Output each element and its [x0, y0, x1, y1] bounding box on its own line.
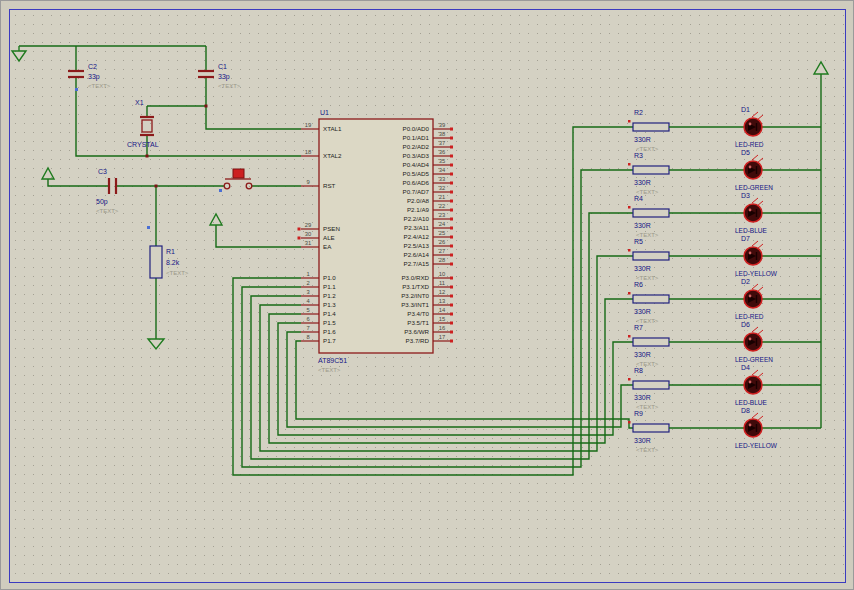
- part-value: 330R: [634, 179, 651, 186]
- part-value: AT89C51: [318, 357, 347, 364]
- unconnected-pin-dot: [450, 254, 453, 257]
- unconnected-pin-dot: [450, 322, 453, 325]
- unconnected-pin-dot: [450, 295, 453, 298]
- unconnected-pin-dot: [298, 237, 301, 240]
- part-value: 330R: [634, 136, 651, 143]
- origin-marker: [628, 378, 631, 381]
- resistor[interactable]: [633, 381, 669, 389]
- pin-name: P0.0/AD0: [403, 125, 430, 132]
- pin-number: 16: [439, 325, 445, 331]
- wire-ea-vcc[interactable]: [216, 225, 301, 247]
- pin-name: P2.0/A8: [407, 197, 430, 204]
- pin-number: 38: [439, 131, 445, 137]
- resistor[interactable]: [633, 123, 669, 131]
- part-ref: R8: [634, 367, 643, 374]
- power-icon[interactable]: [42, 168, 54, 179]
- unconnected-pin-dot: [450, 128, 453, 131]
- pin-number: 4: [306, 298, 310, 304]
- pin-number: 36: [439, 149, 445, 155]
- part-ref: R2: [634, 109, 643, 116]
- resistor[interactable]: [633, 209, 669, 217]
- part-text-placeholder: <TEXT>: [636, 447, 659, 453]
- pin-number: 32: [439, 185, 445, 191]
- power-icon[interactable]: [814, 62, 828, 74]
- part-text-placeholder: <TEXT>: [166, 270, 189, 276]
- part-value: 8.2k: [166, 259, 180, 266]
- part-value: 330R: [634, 394, 651, 401]
- wire-p1-3[interactable]: [260, 256, 633, 451]
- unconnected-pin-dot: [450, 277, 453, 280]
- part-value: 33p: [218, 73, 230, 81]
- pin-number: 26: [439, 239, 445, 245]
- unconnected-pin-dot: [450, 340, 453, 343]
- pin-name: P2.2/A10: [404, 215, 430, 222]
- pin-name: P0.1/AD1: [403, 134, 430, 141]
- part-ref: X1: [135, 99, 144, 106]
- pin-number: 19: [305, 122, 311, 128]
- pin-number: 28: [439, 257, 445, 263]
- power-icon[interactable]: [210, 214, 222, 225]
- unconnected-pin-dot: [450, 331, 453, 334]
- resistor[interactable]: [633, 252, 669, 260]
- origin-marker: [75, 88, 78, 91]
- button-terminal[interactable]: [246, 183, 252, 189]
- part-value: LED-BLUE: [735, 399, 767, 406]
- button-cap[interactable]: [233, 169, 244, 178]
- unconnected-pin-dot: [450, 286, 453, 289]
- pin-name: P0.7/AD7: [403, 188, 430, 195]
- part-value: LED-GREEN: [735, 184, 773, 191]
- schematic-window: U1 AT89C51 <TEXT> X1 CRYSTAL C2 33p <TEX…: [0, 0, 854, 590]
- resistor[interactable]: [633, 424, 669, 432]
- part-ref: R9: [634, 410, 643, 417]
- origin-marker: [219, 189, 222, 192]
- wire-p1-1[interactable]: [242, 170, 633, 467]
- ground-icon[interactable]: [148, 339, 164, 349]
- junction-dot: [155, 185, 158, 188]
- pin-name: P1.0: [323, 274, 336, 281]
- part-value: 330R: [634, 351, 651, 358]
- pin-number: 34: [439, 167, 446, 173]
- pin-name: P2.6/A14: [404, 251, 430, 258]
- led-glint: [749, 166, 752, 169]
- pin-number: 33: [439, 176, 445, 182]
- pin-number: 8: [306, 334, 309, 340]
- pin-number: 2: [306, 280, 309, 286]
- part-text-placeholder: <TEXT>: [88, 83, 111, 89]
- pin-name: P3.1/TXD: [402, 283, 429, 290]
- ground-icon[interactable]: [12, 51, 26, 61]
- part-ref: D5: [741, 149, 750, 156]
- resistor[interactable]: [633, 295, 669, 303]
- origin-marker: [628, 120, 631, 123]
- pin-name: XTAL1: [323, 125, 342, 132]
- resistor[interactable]: [633, 166, 669, 174]
- unconnected-pin-dot: [298, 228, 301, 231]
- pin-name: P1.1: [323, 283, 336, 290]
- pin-number: 25: [439, 230, 445, 236]
- resistor[interactable]: [633, 338, 669, 346]
- part-ref: D3: [741, 192, 750, 199]
- part-ref: D4: [741, 364, 750, 371]
- part-ref: R5: [634, 238, 643, 245]
- part-value: LED-RED: [735, 141, 764, 148]
- wire-p1-7[interactable]: [296, 341, 633, 428]
- part-ref: U1: [320, 109, 329, 116]
- unconnected-pin-dot: [450, 313, 453, 316]
- button-terminal[interactable]: [224, 183, 230, 189]
- pin-number: 24: [439, 221, 446, 227]
- wire-rst-left[interactable]: [48, 179, 109, 186]
- part-value: 330R: [634, 308, 651, 315]
- crystal-body[interactable]: [142, 120, 152, 132]
- wire-xtal2[interactable]: [76, 78, 301, 156]
- unconnected-pin-dot: [450, 218, 453, 221]
- pin-name: P2.1/A9: [407, 206, 430, 213]
- led-glint: [749, 123, 752, 126]
- pin-number: 22: [439, 203, 445, 209]
- pin-number: 9: [306, 179, 309, 185]
- pin-name: P2.7/A15: [404, 260, 430, 267]
- resistor-r1[interactable]: [150, 246, 162, 278]
- part-value: 330R: [634, 222, 651, 229]
- pin-name: P3.5/T1: [407, 319, 429, 326]
- origin-marker: [628, 249, 631, 252]
- part-value: 50p: [96, 198, 108, 206]
- junction-dot: [146, 155, 149, 158]
